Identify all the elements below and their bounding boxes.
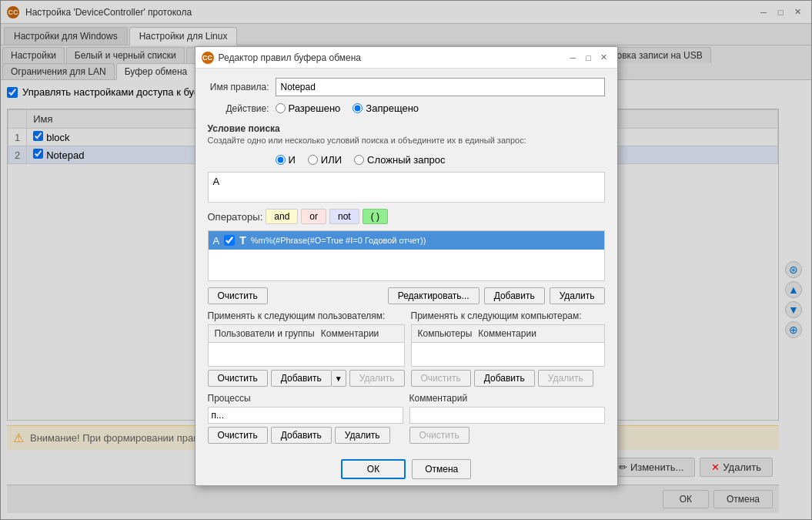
search-condition-row[interactable]: A T %m%(#Phrase(#O=True #I=0 Годовой отч… [209,231,604,250]
op-or-btn[interactable]: or [301,209,326,224]
action-allow-radio[interactable] [276,103,286,113]
delete-condition-btn[interactable]: Удалить [550,287,605,304]
computers-col2: Комментарии [478,328,536,339]
computers-btn-row: Очистить Добавить Удалить [411,370,605,387]
processes-input[interactable] [208,407,403,424]
search-type-icon: T [239,234,246,247]
computers-label: Применять к следующим компьютерам: [411,310,605,321]
users-col1: Пользователи и группы [215,328,315,339]
edit-condition-btn[interactable]: Редактировать... [388,287,480,304]
operators-label: Операторы: [208,211,263,223]
clear-condition-btn[interactable]: Очистить [208,287,268,304]
action-radio-group: Разрешено Запрещено [276,102,605,114]
add-computers-btn[interactable]: Добавить [474,370,535,387]
action-row-modal: Действие: Разрешено Запрещено [208,102,605,114]
computers-table-header: Компьютеры Комментарии [412,325,604,343]
users-label: Применять к следующим пользователям: [208,310,405,321]
op-not-btn[interactable]: not [329,209,359,224]
computers-table: Компьютеры Комментарии [411,324,605,367]
processes-btn-row: Очистить Добавить Удалить [208,427,403,444]
search-condition-table: A T %m%(#Phrase(#O=True #I=0 Годовой отч… [208,230,605,281]
modal-maximize-btn[interactable]: □ [582,51,596,65]
processes-label: Процессы [208,393,403,404]
modal-title-bar: CC Редактор правил буфера обмена ─ □ ✕ [195,47,617,69]
modal-footer: ОК Отмена [195,453,617,485]
condition-buttons-row: Очистить Редактировать... Добавить Удали… [208,287,605,304]
users-table: Пользователи и группы Комментарии [208,324,405,367]
add-processes-btn[interactable]: Добавить [271,427,332,444]
op-and-btn[interactable]: and [266,209,298,224]
clear-comment-btn[interactable]: Очистить [409,427,469,444]
op-paren-btn[interactable]: ( ) [363,209,388,224]
clear-computers-btn[interactable]: Очистить [411,370,471,387]
modal-cancel-btn[interactable]: Отмена [412,459,471,479]
condition-sub: Создайте одно или несколько условий поис… [208,136,605,145]
radio-or[interactable] [308,155,318,165]
search-empty-area [209,250,604,280]
users-table-body [209,343,404,366]
action-label: Действие: [208,103,269,114]
modal-minimize-btn[interactable]: ─ [566,51,580,65]
action-deny-radio[interactable] [353,103,363,113]
delete-computers-btn[interactable]: Удалить [538,370,593,387]
action-allow-label[interactable]: Разрешено [276,102,341,114]
condition-text: A [213,176,220,187]
condition-title: Условие поиска [208,123,605,134]
computers-col1: Компьютеры [418,328,473,339]
delete-processes-btn[interactable]: Удалить [335,427,390,444]
radio-and[interactable] [276,155,286,165]
processes-section: Процессы Очистить Добавить Удалить [208,393,403,444]
rule-name-input[interactable] [276,78,605,96]
comment-input[interactable] [409,407,605,424]
action-deny-label[interactable]: Запрещено [353,102,419,114]
radio-complex-label[interactable]: Сложный запрос [354,154,446,166]
users-table-header: Пользователи и группы Комментарии [209,325,404,343]
users-section: Применять к следующим пользователям: Пол… [208,310,405,387]
condition-type-group: И ИЛИ Сложный запрос [276,154,605,166]
radio-complex[interactable] [354,155,364,165]
users-col2: Комментарии [321,328,379,339]
processes-comment-section: Процессы Очистить Добавить Удалить Комме… [208,393,605,444]
modal-icon: CC [202,52,214,64]
comment-label: Комментарий [409,393,605,404]
operators-row: Операторы: and or not ( ) [208,209,605,224]
search-row-checkbox[interactable] [224,235,235,246]
computers-section: Применять к следующим компьютерам: Компь… [411,310,605,387]
modal-window-controls: ─ □ ✕ [566,51,611,65]
computers-table-body [412,343,604,366]
condition-radio-row: И ИЛИ Сложный запрос [208,154,605,166]
radio-and-label[interactable]: И [276,154,296,166]
clear-users-btn[interactable]: Очистить [208,370,268,387]
clear-processes-btn[interactable]: Очистить [208,427,268,444]
condition-section-header: Условие поиска Создайте одно или несколь… [208,120,605,148]
search-condition-text: %m%(#Phrase(#O=True #I=0 Годовой отчет)) [251,236,600,245]
add-users-btn-group: Добавить ▼ [271,370,346,387]
search-letter: A [213,235,220,247]
users-btn-row: Очистить Добавить ▼ Удалить [208,370,405,387]
add-users-btn[interactable]: Добавить [271,370,332,387]
add-condition-btn[interactable]: Добавить [484,287,545,304]
modal-ok-btn[interactable]: ОК [341,459,406,479]
modal-title: Редактор правил буфера обмена [219,52,566,63]
add-users-dropdown-btn[interactable]: ▼ [332,370,346,387]
comment-btn-row: Очистить [409,427,605,444]
modal-dialog: CC Редактор правил буфера обмена ─ □ ✕ И… [195,46,618,486]
rule-name-label: Имя правила: [208,82,269,92]
users-computers-section: Применять к следующим пользователям: Пол… [208,310,605,387]
comment-section: Комментарий Очистить [409,393,605,444]
radio-or-label[interactable]: ИЛИ [308,154,342,166]
modal-body: Имя правила: Действие: Разрешено Запреще… [195,69,617,453]
modal-close-btn[interactable]: ✕ [597,51,611,65]
condition-text-box[interactable]: A [208,172,605,203]
delete-users-btn[interactable]: Удалить [349,370,405,387]
modal-overlay: CC Редактор правил буфера обмена ─ □ ✕ И… [0,0,812,520]
rule-name-row: Имя правила: [208,78,605,96]
